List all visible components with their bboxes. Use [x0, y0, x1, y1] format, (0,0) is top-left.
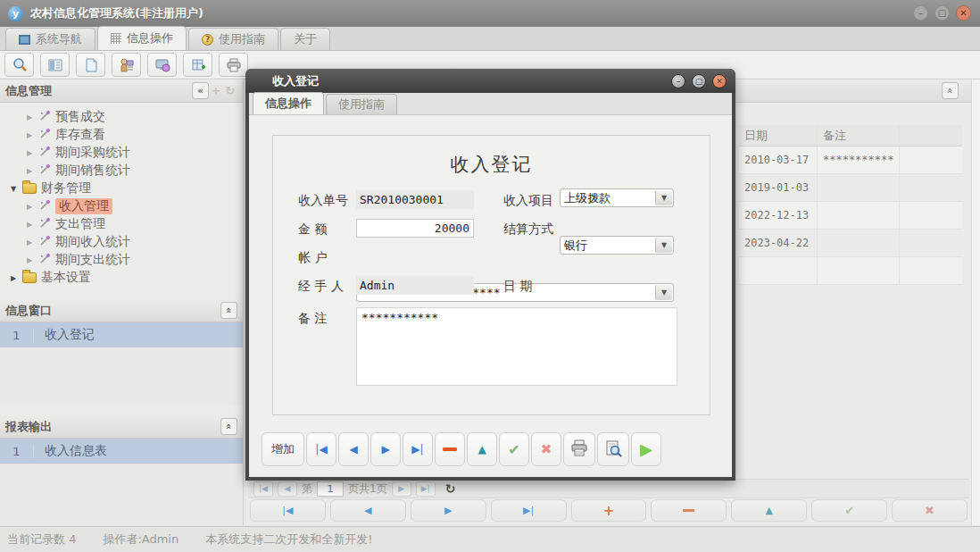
- dialog-minimize-button[interactable]: –: [671, 74, 685, 88]
- record-add-button[interactable]: +: [571, 499, 647, 522]
- record-last-button[interactable]: ▶|: [491, 499, 567, 522]
- prev-record-button[interactable]: ◀: [338, 432, 369, 466]
- dialog-close-button[interactable]: ✕: [712, 74, 727, 88]
- search-button[interactable]: [4, 53, 34, 77]
- print-preview-button[interactable]: [597, 432, 629, 466]
- column-header-date[interactable]: 日期: [739, 125, 818, 146]
- expand-arrow-icon[interactable]: ▶: [25, 203, 34, 211]
- info-window-item[interactable]: 1 收入登记: [0, 322, 243, 348]
- tree-folder-finance[interactable]: ▼ 财务管理: [0, 180, 243, 197]
- folder-icon: [22, 272, 37, 283]
- document-button[interactable]: [76, 53, 105, 77]
- tab-user-guide[interactable]: ? 使用指南: [188, 28, 278, 50]
- table-row[interactable]: 2023-04-22: [739, 230, 962, 257]
- tree-folder-basic-settings[interactable]: ▶ 基本设置: [0, 269, 243, 287]
- collapse-panel-button[interactable]: «: [220, 302, 237, 319]
- save-button[interactable]: ✔: [499, 432, 529, 466]
- maximize-button[interactable]: ▢: [934, 5, 950, 21]
- user-list-button[interactable]: [112, 53, 141, 77]
- right-splitter[interactable]: [971, 79, 980, 525]
- tree-item-inventory[interactable]: ▶ 库存查看: [0, 126, 243, 144]
- column-header-remark[interactable]: 备注: [818, 125, 900, 146]
- expand-arrow-icon[interactable]: ▶: [25, 113, 34, 121]
- record-cancel-button[interactable]: ✖: [892, 499, 968, 522]
- refresh-icon[interactable]: ↻: [445, 481, 456, 496]
- table-row[interactable]: 2010-03-17 ***********: [739, 146, 962, 174]
- first-record-button[interactable]: |◀: [306, 432, 336, 466]
- table-header-row: 日期 备注: [739, 125, 962, 146]
- page-number-input[interactable]: 1: [317, 481, 344, 497]
- minimize-button[interactable]: –: [913, 5, 928, 21]
- tab-about[interactable]: 关于: [280, 28, 330, 50]
- report-item[interactable]: 1 收入信息表: [0, 439, 243, 464]
- collapse-arrow-icon[interactable]: ▼: [9, 185, 18, 193]
- expand-arrow-icon[interactable]: ▶: [25, 167, 34, 175]
- expand-arrow-icon[interactable]: ▶: [25, 221, 34, 229]
- record-first-button[interactable]: |◀: [250, 499, 326, 522]
- expand-arrow-icon[interactable]: ▶: [25, 256, 34, 264]
- delete-button[interactable]: [435, 432, 465, 466]
- prev-icon: ◀: [364, 505, 371, 516]
- printer-button[interactable]: [219, 53, 248, 77]
- tree-item-presale[interactable]: ▶ 预售成交: [0, 108, 243, 126]
- tree-label: 库存查看: [55, 127, 105, 143]
- table-row[interactable]: 2022-12-13: [739, 202, 962, 230]
- tab-system-nav[interactable]: 系统导航: [5, 28, 96, 50]
- chevron-down-icon[interactable]: ▼: [655, 238, 672, 253]
- record-count-text: 当前记录数 4: [7, 531, 76, 548]
- record-save-button[interactable]: ✔: [811, 499, 887, 522]
- table-row[interactable]: 2019-01-03: [739, 174, 962, 202]
- tab-label: 使用指南: [338, 96, 385, 113]
- edit-button[interactable]: ▲: [467, 432, 497, 466]
- page-prev-button[interactable]: ◀: [278, 481, 297, 497]
- window-panel-header: 信息窗口 «: [0, 299, 243, 322]
- last-record-button[interactable]: ▶|: [403, 432, 433, 466]
- expand-arrow-icon[interactable]: ▶: [25, 131, 34, 139]
- monitor-globe-button[interactable]: [147, 53, 177, 77]
- page-first-button[interactable]: |◀: [253, 481, 273, 497]
- cancel-button[interactable]: ✖: [531, 432, 561, 466]
- close-button[interactable]: ✕: [956, 5, 971, 21]
- collapse-panel-button[interactable]: «: [220, 418, 237, 435]
- expand-arrow-icon[interactable]: ▶: [25, 238, 34, 247]
- tree-item-expense-mgmt[interactable]: ▶ 支出管理: [0, 215, 243, 233]
- tab-info-operation[interactable]: 信息操作: [97, 26, 187, 50]
- document-icon: [83, 57, 99, 73]
- next-record-button[interactable]: ▶: [370, 432, 401, 466]
- tree-item-income-mgmt[interactable]: ▶ 收入管理: [0, 197, 243, 215]
- run-button[interactable]: ▶: [631, 432, 661, 466]
- page-last-button[interactable]: ▶|: [416, 481, 436, 497]
- tree-item-income-stats[interactable]: ▶ 期间收入统计: [0, 233, 243, 251]
- page-next-button[interactable]: ▶: [392, 481, 411, 497]
- dialog-titlebar[interactable]: 收入登记 – ▢ ✕: [245, 69, 735, 93]
- remark-textarea[interactable]: ***********: [356, 307, 677, 386]
- record-next-button[interactable]: ▶: [411, 499, 486, 522]
- tree-item-sales-stats[interactable]: ▶ 期间销售统计: [0, 162, 243, 180]
- expand-arrow-icon[interactable]: ▶: [25, 149, 34, 157]
- dialog-maximize-button[interactable]: ▢: [692, 74, 706, 88]
- settle-select[interactable]: 银行 ▼: [560, 236, 674, 255]
- monitor-globe-icon: [154, 57, 170, 73]
- income-register-dialog: 收入登记 – ▢ ✕ 信息操作 使用指南 收入登记 收入单号 SR2010030…: [245, 69, 735, 481]
- collapse-sidebar-button[interactable]: «: [192, 82, 209, 99]
- record-edit-button[interactable]: ▲: [731, 499, 807, 522]
- chevron-down-icon[interactable]: ▼: [655, 285, 672, 300]
- dialog-tab-user-guide[interactable]: 使用指南: [326, 94, 397, 114]
- expand-arrow-icon[interactable]: ▶: [9, 274, 18, 282]
- printer-icon: [569, 439, 589, 460]
- add-button[interactable]: 增加: [262, 432, 304, 466]
- tree-item-expense-stats[interactable]: ▶ 期间支出统计: [0, 251, 243, 269]
- print-button[interactable]: [563, 432, 595, 466]
- income-item-select[interactable]: 上级拨款 ▼: [560, 188, 674, 207]
- table-add-button[interactable]: [183, 53, 212, 77]
- form-list-button[interactable]: [40, 53, 70, 77]
- amount-input[interactable]: 20000: [356, 219, 474, 238]
- dialog-tab-info-operation[interactable]: 信息操作: [253, 92, 324, 114]
- chevron-down-icon[interactable]: ▼: [655, 190, 672, 205]
- record-delete-button[interactable]: [651, 499, 727, 522]
- user-list-icon: [119, 57, 135, 73]
- next-icon: ▶: [444, 505, 452, 516]
- collapse-content-button[interactable]: «: [942, 82, 959, 99]
- tree-item-purchase-stats[interactable]: ▶ 期间采购统计: [0, 144, 243, 162]
- record-prev-button[interactable]: ◀: [330, 499, 406, 522]
